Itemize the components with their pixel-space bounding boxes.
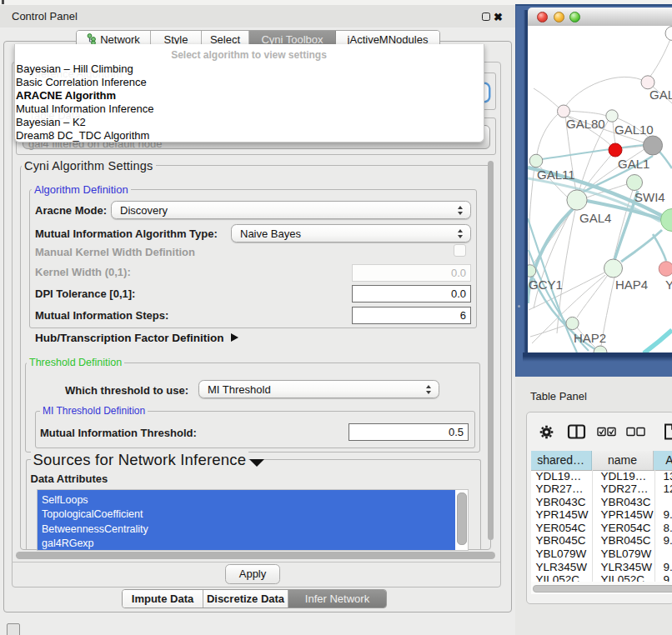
svg-text:GAL10: GAL10 (614, 122, 654, 137)
svg-text:GAL4: GAL4 (579, 211, 611, 225)
svg-text:GAL80: GAL80 (566, 117, 605, 131)
svg-text:HAP2: HAP2 (574, 331, 606, 345)
svg-text:GAL1: GAL1 (618, 157, 649, 171)
svg-text:YJ: YJ (665, 278, 672, 292)
svg-text:GAL7: GAL7 (649, 88, 672, 102)
svg-text:GCY1: GCY1 (529, 278, 563, 292)
svg-text:GAL11: GAL11 (537, 168, 575, 182)
svg-text:HAP4: HAP4 (615, 278, 648, 292)
svg-text:SWI4: SWI4 (634, 190, 665, 204)
